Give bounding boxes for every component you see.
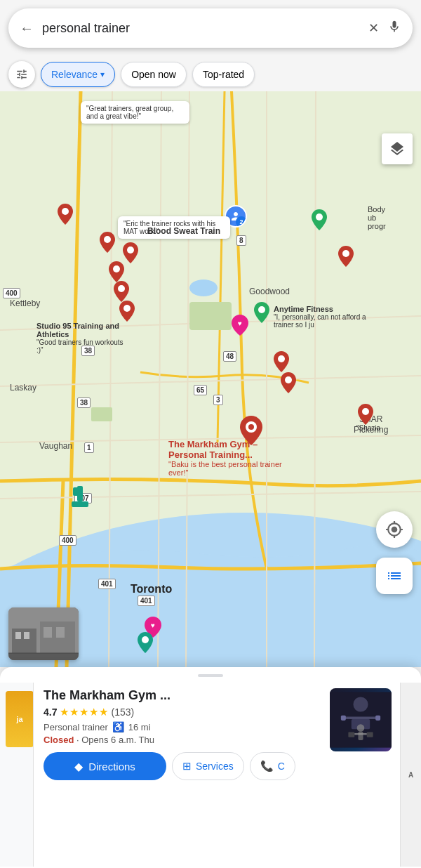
services-icon: ⊞: [182, 760, 192, 772]
callout-markham-gym: The Markham Gym – Personal Training... "…: [168, 439, 295, 477]
pin-heart-1[interactable]: ♥: [232, 315, 248, 336]
pin-shar[interactable]: [358, 404, 373, 425]
search-bar: ← personal trainer ✕: [8, 8, 413, 48]
svg-point-20: [113, 265, 120, 272]
open-now-label: Open now: [131, 69, 176, 80]
svg-rect-51: [375, 716, 380, 721]
label-blood-sweat: Blood Sweat Train: [147, 226, 220, 236]
svg-point-18: [104, 236, 111, 243]
star-5: ★: [99, 706, 108, 718]
gym-image: [330, 688, 392, 751]
callout-trainers-vibe: "Great trainers, great group, and a grea…: [81, 101, 189, 124]
star-2: ★: [69, 706, 79, 718]
directions-button[interactable]: ◆ Directions: [44, 752, 166, 780]
search-query[interactable]: personal trainer: [42, 21, 360, 36]
pin-selected-markham[interactable]: [240, 416, 262, 445]
svg-point-17: [62, 208, 69, 215]
pin-6[interactable]: [119, 301, 135, 322]
open-now-filter[interactable]: Open now: [121, 62, 187, 87]
callout-studio95: Studio 95 Training and Athletics "Good t…: [36, 322, 128, 354]
pin-2[interactable]: [100, 232, 115, 253]
svg-point-23: [258, 306, 265, 313]
callout-shazia: "Shazia: [356, 424, 380, 432]
relevance-label: Relevance: [51, 69, 98, 80]
card-peek-right[interactable]: A: [400, 683, 421, 867]
directions-label: Directions: [88, 761, 135, 772]
closed-status: Closed: [44, 735, 74, 745]
svg-point-37: [362, 408, 369, 415]
svg-rect-41: [15, 632, 21, 639]
svg-point-19: [127, 246, 134, 254]
svg-rect-44: [56, 627, 65, 638]
relevance-arrow: ▾: [100, 70, 105, 79]
svg-text:♥: ♥: [151, 622, 155, 629]
wheelchair-icon: ♿: [112, 721, 124, 732]
category-label: Personal trainer: [44, 722, 108, 732]
svg-point-35: [285, 376, 292, 383]
svg-point-48: [353, 697, 368, 711]
clear-button[interactable]: ✕: [368, 20, 379, 36]
pin-green-1[interactable]: [254, 302, 269, 323]
svg-point-34: [278, 355, 285, 362]
pin-teal-2[interactable]: [138, 632, 153, 653]
svg-rect-43: [44, 627, 52, 638]
label-body: Bodyubprogr: [368, 205, 386, 230]
top-rated-label: Top-rated: [203, 69, 244, 80]
opens-label: Opens 6 a.m. Thu: [81, 735, 154, 745]
card-rating: 4.7: [44, 706, 57, 718]
relevance-filter[interactable]: Relevance ▾: [41, 62, 115, 87]
pin-anytime[interactable]: [274, 351, 289, 372]
top-rated-filter[interactable]: Top-rated: [192, 62, 255, 87]
list-view-button[interactable]: [376, 558, 413, 594]
card-image-container: [330, 683, 400, 867]
card-rating-row: 4.7 ★ ★ ★ ★ ★ (153): [44, 706, 320, 718]
card-title: The Markham Gym ...: [44, 688, 320, 703]
star-4: ★: [89, 706, 98, 718]
services-label: Services: [196, 761, 234, 772]
card-info-category: Personal trainer ♿ 16 mi: [44, 721, 320, 732]
svg-rect-29: [73, 487, 83, 496]
svg-point-21: [118, 285, 125, 292]
pin-4[interactable]: [109, 261, 124, 282]
services-button[interactable]: ⊞ Services: [172, 752, 244, 780]
star-3: ★: [79, 706, 88, 718]
pin-body[interactable]: [338, 246, 354, 267]
svg-rect-30: [72, 501, 88, 507]
mic-button[interactable]: [387, 20, 401, 37]
star-1: ★: [60, 706, 69, 718]
call-button[interactable]: 📞 C: [250, 752, 295, 780]
pin-teal-1[interactable]: [72, 486, 88, 508]
layer-toggle-button[interactable]: [382, 133, 413, 164]
filter-options-button[interactable]: [8, 61, 35, 88]
svg-rect-42: [24, 632, 29, 639]
pin-1[interactable]: [58, 204, 73, 225]
pin-5[interactable]: [114, 281, 129, 302]
map-area[interactable]: 400 38 38 8 48 65 3 1 407 400 401 401 Ke…: [0, 91, 421, 667]
location-button[interactable]: [376, 511, 413, 548]
pin-green-2[interactable]: [312, 209, 327, 230]
svg-point-16: [189, 280, 218, 296]
svg-point-53: [357, 724, 365, 732]
street-view-thumbnail[interactable]: [8, 607, 79, 660]
card-actions: ◆ Directions ⊞ Services 📞 C: [44, 752, 320, 780]
cards-row: ja The Markham Gym ... 4.7 ★ ★ ★ ★ ★ (15…: [0, 683, 421, 867]
call-label: C: [278, 761, 285, 772]
svg-rect-57: [367, 732, 373, 737]
svg-point-33: [248, 424, 254, 430]
svg-rect-54: [358, 732, 363, 740]
card-status: Closed · Opens 6 a.m. Thu: [44, 735, 320, 745]
callout-anytime-fitness: Anytime Fitness "I, personally, can not …: [274, 305, 382, 329]
pin-3[interactable]: [123, 242, 138, 263]
pin-7[interactable]: [281, 372, 296, 393]
svg-rect-14: [189, 302, 232, 330]
back-button[interactable]: ←: [20, 20, 34, 37]
card-peek-left[interactable]: ja: [0, 683, 34, 867]
svg-rect-49: [342, 717, 380, 720]
directions-icon: ◆: [74, 760, 83, 773]
svg-point-22: [123, 305, 131, 312]
svg-point-31: [142, 636, 149, 643]
distance-label: 16 mi: [128, 722, 151, 732]
svg-point-24: [316, 213, 323, 221]
svg-rect-50: [341, 716, 346, 721]
call-icon: 📞: [260, 760, 274, 772]
